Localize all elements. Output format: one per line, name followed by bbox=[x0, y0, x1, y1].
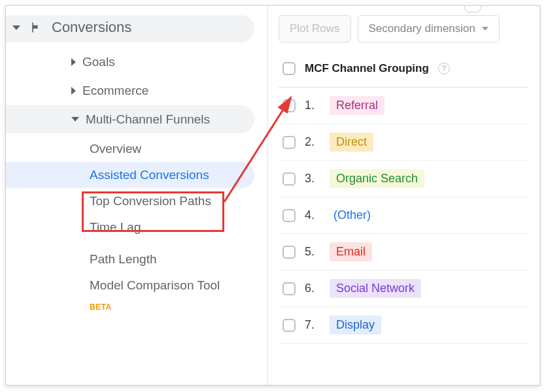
channel-chip[interactable]: Email bbox=[330, 242, 372, 261]
nav-leaf-label: Time Lag bbox=[90, 220, 141, 234]
row-checkbox[interactable] bbox=[282, 172, 296, 186]
table-row[interactable]: 5.Email bbox=[279, 234, 529, 270]
channel-chip[interactable]: Display bbox=[330, 316, 381, 335]
select-all-checkbox[interactable] bbox=[282, 62, 296, 75]
nav-item-label: Ecommerce bbox=[82, 83, 148, 99]
table-row[interactable]: 7.Display bbox=[279, 307, 529, 344]
nav-leaf-model-comparison-tool[interactable]: Model Comparison Tool bbox=[6, 272, 254, 299]
beta-badge: BETA bbox=[6, 299, 267, 312]
row-index: 3. bbox=[305, 172, 320, 186]
nav-item-multichannel-funnels[interactable]: Multi-Channel Funnels bbox=[6, 105, 254, 134]
nav-leaf-list: Overview Assisted Conversions Top Conver… bbox=[6, 133, 267, 299]
row-checkbox[interactable] bbox=[282, 246, 296, 259]
nav-leaf-top-conversion-paths[interactable]: Top Conversion Paths bbox=[6, 188, 254, 214]
row-index: 7. bbox=[305, 318, 320, 332]
sidebar: Conversions Goals Ecommerce Multi-Channe… bbox=[6, 6, 267, 385]
nav-item-label: Multi-Channel Funnels bbox=[86, 112, 210, 127]
chevron-down-icon bbox=[482, 27, 488, 31]
table-body: 1.Referral2.Direct3.Organic Search4.(Oth… bbox=[279, 88, 529, 344]
caret-down-icon bbox=[12, 25, 20, 30]
nav-leaf-label: Assisted Conversions bbox=[90, 168, 209, 182]
button-label: Secondary dimension bbox=[369, 22, 475, 35]
nav-leaf-assisted-conversions[interactable]: Assisted Conversions bbox=[6, 162, 254, 188]
row-checkbox[interactable] bbox=[282, 319, 296, 332]
nav-leaf-label: Top Conversion Paths bbox=[90, 194, 211, 208]
caret-right-icon bbox=[71, 58, 76, 66]
channel-chip[interactable]: (Other) bbox=[330, 206, 377, 225]
row-checkbox[interactable] bbox=[282, 282, 296, 295]
channel-chip[interactable]: Direct bbox=[330, 133, 373, 152]
nav-section-label: Conversions bbox=[52, 19, 131, 36]
nav-leaf-time-lag[interactable]: Time Lag bbox=[6, 214, 254, 240]
button-label: Plot Rows bbox=[290, 22, 340, 35]
nav-leaf-label: Overview bbox=[90, 142, 141, 155]
channel-chip[interactable]: Social Network bbox=[330, 279, 421, 298]
plot-rows-button[interactable]: Plot Rows bbox=[279, 15, 351, 42]
row-checkbox[interactable] bbox=[282, 99, 296, 112]
table-row[interactable]: 3.Organic Search bbox=[279, 161, 529, 197]
report-toolbar: Plot Rows Secondary dimension bbox=[279, 15, 529, 42]
table-header: MCF Channel Grouping ? bbox=[279, 54, 529, 88]
row-index: 2. bbox=[305, 135, 320, 149]
channel-chip[interactable]: Organic Search bbox=[330, 169, 424, 188]
nav-item-label: Goals bbox=[82, 54, 115, 70]
nav-leaf-label: Model Comparison Tool bbox=[90, 278, 220, 292]
caret-down-icon bbox=[71, 117, 79, 122]
nav-item-goals[interactable]: Goals bbox=[6, 48, 254, 76]
row-checkbox[interactable] bbox=[282, 209, 296, 222]
nav-leaf-path-length[interactable]: Path Length bbox=[6, 246, 254, 272]
row-index: 5. bbox=[305, 245, 320, 259]
flag-icon bbox=[29, 21, 43, 34]
table-row[interactable]: 1.Referral bbox=[279, 88, 529, 124]
row-checkbox[interactable] bbox=[282, 136, 296, 149]
row-index: 4. bbox=[305, 208, 320, 222]
nav-leaf-label: Path Length bbox=[90, 252, 156, 266]
row-index: 1. bbox=[305, 99, 320, 112]
app-frame: Conversions Goals Ecommerce Multi-Channe… bbox=[5, 5, 540, 385]
panel-notch bbox=[464, 5, 481, 12]
table-row[interactable]: 6.Social Network bbox=[279, 270, 529, 307]
caret-right-icon bbox=[71, 87, 76, 95]
nav-leaf-overview[interactable]: Overview bbox=[6, 136, 254, 162]
report-panel: Plot Rows Secondary dimension MCF Channe… bbox=[267, 6, 539, 385]
table-row[interactable]: 2.Direct bbox=[279, 124, 529, 161]
secondary-dimension-dropdown[interactable]: Secondary dimension bbox=[358, 15, 500, 42]
nav-section-conversions[interactable]: Conversions bbox=[6, 15, 254, 42]
channel-chip[interactable]: Referral bbox=[330, 96, 384, 115]
nav-item-ecommerce[interactable]: Ecommerce bbox=[6, 76, 254, 105]
help-icon[interactable]: ? bbox=[438, 63, 450, 74]
column-header-label: MCF Channel Grouping bbox=[305, 62, 429, 75]
table-row[interactable]: 4.(Other) bbox=[279, 197, 529, 234]
nav-sublist: Goals Ecommerce Multi-Channel Funnels Ov… bbox=[6, 42, 267, 312]
row-index: 6. bbox=[305, 282, 320, 295]
